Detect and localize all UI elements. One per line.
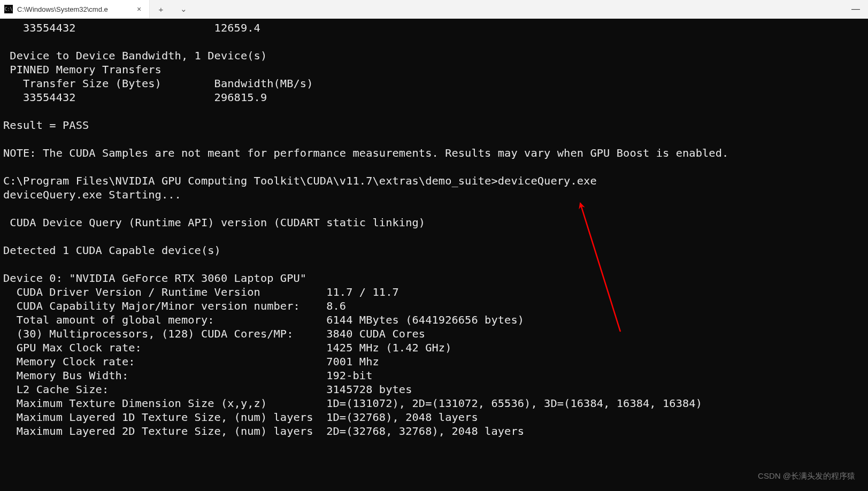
- titlebar-actions: + ⌄: [150, 0, 195, 18]
- window-controls: —: [843, 0, 868, 18]
- close-tab-icon[interactable]: ×: [134, 4, 144, 14]
- cmd-icon: C:\: [4, 5, 13, 13]
- new-tab-button[interactable]: +: [150, 0, 172, 19]
- terminal-output[interactable]: 33554432 12659.4 Device to Device Bandwi…: [0, 19, 868, 491]
- window-titlebar: C:\ C:\Windows\System32\cmd.e × + ⌄ —: [0, 0, 868, 19]
- watermark: CSDN @长满头发的程序猿: [758, 471, 855, 481]
- tab-title: C:\Windows\System32\cmd.e: [17, 5, 130, 13]
- tab-dropdown-button[interactable]: ⌄: [172, 0, 195, 19]
- minimize-button[interactable]: —: [843, 0, 868, 19]
- titlebar-drag-area[interactable]: [195, 0, 843, 18]
- tab-cmd[interactable]: C:\ C:\Windows\System32\cmd.e ×: [0, 0, 150, 18]
